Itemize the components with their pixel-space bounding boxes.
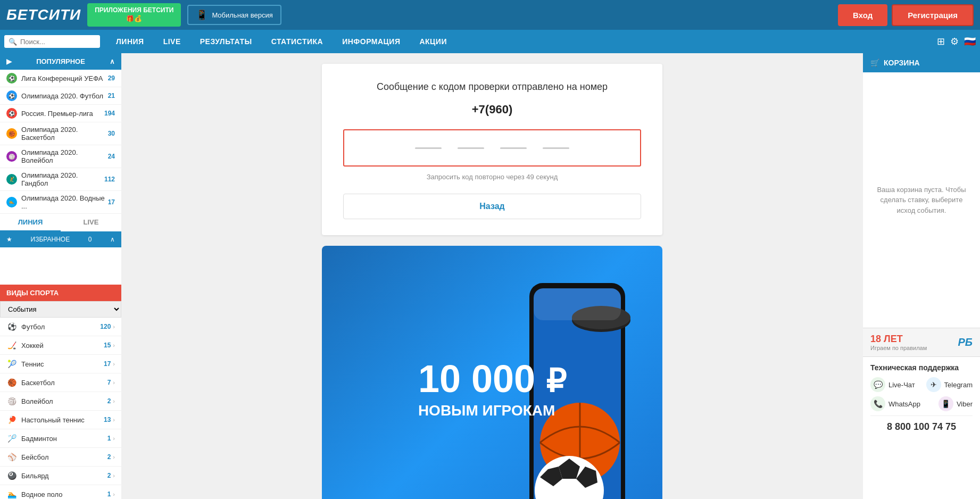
- search-input[interactable]: [20, 38, 84, 46]
- sport-basketball[interactable]: 🏀 Баскетбол 7 ›: [0, 373, 121, 392]
- right-sidebar: 🛒 КОРЗИНА Ваша корзина пуста. Чтобы сдел…: [863, 53, 980, 499]
- volleyball-arrow-icon: ›: [113, 398, 115, 404]
- baseball-arrow-icon: ›: [113, 454, 115, 460]
- auth-buttons: Вход Регистрация: [838, 4, 974, 26]
- table-tennis-icon: 🏓: [6, 414, 17, 425]
- rb-logo: РБ: [958, 336, 973, 348]
- favorites-header: ★ ИЗБРАННОЕ 0 ∧: [0, 231, 121, 247]
- sport-badminton[interactable]: 🏸 Бадминтон 1 ›: [0, 429, 121, 448]
- olympics-handball-icon: 🤾: [6, 174, 17, 185]
- favorites-hint: Нажмите на ☆ рядом с интересующим вас со…: [0, 247, 121, 285]
- nav-item-liniya[interactable]: ЛИНИЯ: [106, 30, 154, 53]
- code-segment-1: [415, 147, 442, 149]
- russia-premier-icon: ⚽: [6, 108, 17, 119]
- sidebar-item-russia-premier[interactable]: ⚽ Россия. Премьер-лига 194: [0, 105, 121, 122]
- tab-liniya[interactable]: ЛИНИЯ: [0, 214, 61, 231]
- livechat-icon: 💬: [870, 377, 885, 392]
- search-icon: 🔍: [9, 38, 17, 46]
- left-sidebar: ▶ ПОПУЛЯРНОЕ ∧ ⚽ Лига Конференций УЕФА 2…: [0, 53, 121, 499]
- table-tennis-arrow-icon: ›: [113, 417, 115, 423]
- events-select[interactable]: События: [0, 301, 121, 318]
- favorites-collapse-icon[interactable]: ∧: [110, 236, 115, 243]
- code-segment-4: [543, 147, 569, 149]
- banner-content: 10 000 ₽ НОВЫМ ИГРОКАМ: [402, 344, 582, 435]
- banner-subtitle: НОВЫМ ИГРОКАМ: [418, 402, 566, 419]
- verify-code-input[interactable]: [343, 129, 641, 167]
- sport-tennis[interactable]: 🎾 Теннис 17 ›: [0, 355, 121, 373]
- badminton-icon: 🏸: [6, 433, 17, 444]
- nav-right-icons: ⊞ ⚙ 🇷🇺: [937, 36, 976, 47]
- search-box[interactable]: 🔍 ➤: [4, 35, 100, 48]
- sidebar-item-olympics-volleyball[interactable]: 🏐 Олимпиада 2020. Волейбол 24: [0, 145, 121, 168]
- sidebar-item-olympics-football[interactable]: ⚽ Олимпиада 2020. Футбол 21: [0, 87, 121, 105]
- search-arrow-icon[interactable]: ➤: [89, 37, 96, 46]
- svg-rect-10: [534, 288, 621, 320]
- sports-header: ВИДЫ СПОРТА: [0, 285, 121, 301]
- waterpolo-icon: 🏊: [6, 489, 17, 499]
- sport-hockey[interactable]: 🏒 Хоккей 15 ›: [0, 336, 121, 355]
- tennis-arrow-icon: ›: [113, 361, 115, 367]
- sport-football[interactable]: ⚽ Футбол 120 ›: [0, 318, 121, 336]
- sport-waterpolo[interactable]: 🏊 Водное поло 1 ›: [0, 485, 121, 499]
- nav-item-stats[interactable]: СТАТИСТИКА: [262, 30, 333, 53]
- olympics-football-icon: ⚽: [6, 90, 17, 101]
- popular-icon: ▶: [6, 57, 12, 65]
- sport-volleyball[interactable]: 🏐 Волейбол 2 ›: [0, 392, 121, 411]
- line-live-tabs: ЛИНИЯ LIVE: [0, 214, 121, 231]
- olympics-water-icon: 🏊: [6, 197, 17, 207]
- star-icon: ★: [6, 236, 12, 243]
- support-title: Техническая поддержка: [870, 363, 973, 372]
- register-button[interactable]: Регистрация: [892, 4, 974, 26]
- sport-billiard[interactable]: 🎱 Бильярд 2 ›: [0, 467, 121, 485]
- cart-header: 🛒 КОРЗИНА: [863, 53, 980, 72]
- sport-table-tennis[interactable]: 🏓 Настольный теннис 13 ›: [0, 411, 121, 429]
- verify-back-button[interactable]: Назад: [343, 194, 641, 219]
- sidebar-item-conference[interactable]: ⚽ Лига Конференций УЕФА 29: [0, 70, 121, 87]
- livechat-button[interactable]: 💬 Live-Чат: [870, 377, 915, 392]
- sidebar-item-olympics-handball[interactable]: 🤾 Олимпиада 2020. Гандбол 112: [0, 168, 121, 191]
- verify-title: Сообщение с кодом проверки отправлено на…: [343, 80, 641, 94]
- code-segment-2: [458, 147, 484, 149]
- cart-icon: 🛒: [870, 59, 879, 67]
- grid-icon[interactable]: ⊞: [937, 36, 945, 47]
- navbar: 🔍 ➤ ЛИНИЯ LIVE РЕЗУЛЬТАТЫ СТАТИСТИКА ИНФ…: [0, 30, 980, 53]
- baseball-icon: ⚾: [6, 452, 17, 462]
- nav-item-info[interactable]: ИНФОРМАЦИЯ: [333, 30, 410, 53]
- basketball-icon: 🏀: [6, 377, 17, 388]
- waterpolo-arrow-icon: ›: [113, 491, 115, 497]
- mobile-icon: 📱: [196, 9, 207, 21]
- logo: БЕТСИТИ: [6, 6, 81, 23]
- sidebar-item-olympics-basketball[interactable]: 🏀 Олимпиада 2020. Баскетбол 30: [0, 122, 121, 145]
- tab-live[interactable]: LIVE: [61, 214, 121, 231]
- main-content: Сообщение с кодом проверки отправлено на…: [121, 53, 863, 499]
- header: БЕТСИТИ ПРИЛОЖЕНИЯ БЕТСИТИ 🎁💰 📱 Мобильна…: [0, 0, 980, 30]
- badminton-arrow-icon: ›: [113, 435, 115, 442]
- flag-icon[interactable]: 🇷🇺: [964, 36, 976, 47]
- nav-item-promo[interactable]: АКЦИИ: [410, 30, 456, 53]
- banner-amount: 10 000 ₽: [418, 360, 566, 398]
- nav-item-results[interactable]: РЕЗУЛЬТАТЫ: [190, 30, 262, 53]
- popular-collapse-icon[interactable]: ∧: [110, 57, 115, 65]
- nav-items: ЛИНИЯ LIVE РЕЗУЛЬТАТЫ СТАТИСТИКА ИНФОРМА…: [106, 30, 456, 53]
- code-segment-3: [500, 147, 527, 149]
- sport-baseball[interactable]: ⚾ Бейсбол 2 ›: [0, 448, 121, 467]
- telegram-icon: ✈: [926, 377, 941, 392]
- whatsapp-button[interactable]: 📞 WhatsApp: [870, 396, 920, 411]
- nav-item-live[interactable]: LIVE: [154, 30, 190, 53]
- football-arrow-icon: ›: [113, 323, 115, 330]
- settings-icon[interactable]: ⚙: [950, 36, 959, 47]
- conference-icon: ⚽: [6, 73, 17, 84]
- telegram-button[interactable]: ✈ Telegram: [926, 377, 973, 392]
- whatsapp-icon: 📞: [870, 396, 885, 411]
- support-section: Техническая поддержка 💬 Live-Чат ✈ Teleg…: [863, 356, 980, 442]
- mobile-version-button[interactable]: 📱 Мобильная версия: [187, 5, 281, 25]
- football-icon: ⚽: [6, 321, 17, 332]
- login-button[interactable]: Вход: [838, 4, 887, 26]
- sidebar-item-olympics-water[interactable]: 🏊 Олимпиада 2020. Водные ... 17: [0, 191, 121, 214]
- hockey-icon: 🏒: [6, 340, 17, 351]
- popular-header: ▶ ПОПУЛЯРНОЕ ∧: [0, 53, 121, 70]
- viber-button[interactable]: 📱 Viber: [939, 396, 973, 411]
- support-phone: 8 800 100 74 75: [870, 415, 973, 436]
- apps-button[interactable]: ПРИЛОЖЕНИЯ БЕТСИТИ 🎁💰: [87, 3, 181, 26]
- support-row-2: 📞 WhatsApp 📱 Viber: [870, 396, 973, 411]
